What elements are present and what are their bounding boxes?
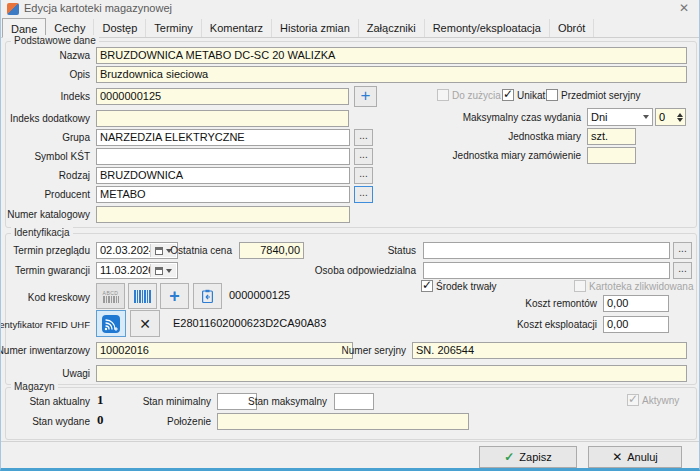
producent-browse-button[interactable]: ...	[354, 186, 373, 203]
footer-separator	[1, 441, 699, 442]
rfid-clear-button[interactable]: ✕	[130, 310, 160, 337]
opis-field[interactable]: Bruzdownica sieciowa	[96, 66, 687, 83]
indeks-dodatkowy-field[interactable]	[96, 110, 349, 127]
jednostka-miary-zamowienie-field[interactable]	[587, 147, 636, 164]
kod-kreskowy-value: 0000000125	[229, 289, 290, 301]
symbol-kst-field[interactable]	[96, 148, 350, 165]
grupa-field[interactable]: NARZEDZIA ELEKTRYCZNE	[96, 129, 350, 146]
rfid-icon	[102, 315, 120, 333]
grupa-browse-button[interactable]: ...	[354, 129, 373, 146]
polozenie-field[interactable]	[217, 413, 469, 430]
barcode-paste-button[interactable]	[193, 283, 222, 309]
cancel-x-icon: ✕	[612, 450, 622, 464]
title-bar: Edycja kartoteki magazynowej ✕	[1, 0, 699, 18]
tab-zalaczniki[interactable]: Załączniki	[359, 19, 425, 37]
nazwa-field[interactable]: BRUZDOWNICA METABO DC-SC 20 WALIZKA	[96, 47, 687, 64]
uwagi-field[interactable]	[96, 365, 687, 382]
termin-przegladu-value: 02.03.2024	[100, 244, 155, 256]
barcode-print-button: ABCD	[96, 283, 125, 309]
kartoteka-zlikwidowana-checkbox	[574, 280, 586, 292]
aktywny-checkbox	[627, 394, 639, 406]
termin-gwarancji-field[interactable]: 11.03.2026	[96, 262, 178, 279]
tab-dostep[interactable]: Dostęp	[94, 19, 146, 37]
srodek-trwaly-label: Środek trwały	[436, 281, 497, 292]
stan-wydane-label: Stan wydane	[32, 416, 90, 427]
edit-warehouse-card-dialog: Edycja kartoteki magazynowej ✕ Dane Cech…	[0, 0, 700, 471]
maks-czas-value-spinner[interactable]: 0	[655, 108, 686, 126]
termin-przegladu-field[interactable]: 02.03.2024	[96, 242, 178, 259]
koszt-remontow-label: Koszt remontów	[525, 298, 597, 309]
indeks-field[interactable]: 0000000125	[96, 88, 349, 105]
osoba-odpowiedzialna-field[interactable]	[423, 262, 670, 279]
status-browse-button[interactable]: ...	[673, 242, 692, 259]
indeks-label: Indeks	[61, 91, 90, 102]
termin-przegladu-label: Termin przeglądu	[13, 245, 90, 256]
spinner-arrows-icon[interactable]	[674, 113, 685, 122]
app-icon	[7, 3, 19, 15]
rfid-label: Identyfikator RFID UHF	[0, 319, 90, 330]
indeks-add-button[interactable]: +	[354, 86, 377, 107]
jednostka-miary-label: Jednostka miary	[508, 131, 581, 142]
maks-czas-label: Maksymalny czas wydania	[463, 112, 581, 123]
kod-kreskowy-label: Kod kreskowy	[28, 292, 90, 303]
do-zuzycia-label: Do zużycia	[452, 90, 501, 101]
numer-seryjny-field[interactable]: SN. 206544	[412, 342, 687, 359]
rodzaj-browse-button[interactable]: ...	[354, 167, 373, 184]
unikat-checkbox[interactable]	[502, 89, 514, 101]
barcode-scan-button[interactable]	[128, 283, 157, 309]
indeks-dodatkowy-label: Indeks dodatkowy	[10, 113, 90, 124]
maks-czas-unit-select[interactable]: Dni	[587, 108, 653, 126]
ostatnia-cena-label: Ostatnia cena	[170, 245, 232, 256]
rodzaj-field[interactable]: BRUZDOWNICA	[96, 167, 350, 184]
osoba-odpowiedzialna-browse-button[interactable]: ...	[673, 262, 692, 279]
tab-terminy[interactable]: Terminy	[146, 19, 202, 37]
tab-remonty-eksploatacja[interactable]: Remonty/eksploatacja	[425, 19, 550, 37]
numer-inwentarzowy-field[interactable]: 10002016	[96, 342, 353, 359]
tab-bar: Dane Cechy Dostęp Terminy Komentarz Hist…	[1, 18, 699, 38]
symbol-kst-browse-button[interactable]: ...	[354, 148, 373, 165]
status-label: Status	[388, 245, 416, 256]
maks-czas-value: 0	[656, 109, 674, 125]
koszt-remontow-field[interactable]: 0,00	[603, 295, 669, 312]
rodzaj-label: Rodzaj	[59, 170, 90, 181]
koszt-eksploatacji-label: Koszt eksploatacji	[517, 319, 597, 330]
tab-komentarz[interactable]: Komentarz	[202, 19, 272, 37]
stan-wydane-value: 0	[97, 412, 104, 428]
polozenie-label: Położenie	[167, 416, 211, 427]
stan-minimalny-label: Stan minimalny	[143, 396, 211, 407]
status-field[interactable]	[423, 242, 670, 259]
przedmiot-seryjny-label: Przedmiot seryjny	[561, 90, 640, 101]
window-title: Edycja kartoteki magazynowej	[24, 2, 172, 14]
numer-katalogowy-field[interactable]	[96, 206, 350, 223]
plus-icon: +	[169, 289, 180, 303]
barcode-icon	[134, 290, 151, 303]
ostatnia-cena-field[interactable]: 7840,00	[239, 242, 304, 259]
save-button[interactable]: ✓ Zapisz	[479, 446, 577, 468]
stan-aktualny-label: Stan aktualny	[29, 396, 90, 407]
numer-inwentarzowy-label: Numer inwentarzowy	[0, 345, 90, 356]
producent-label: Producent	[44, 189, 90, 200]
srodek-trwaly-checkbox[interactable]	[421, 280, 433, 292]
jednostka-miary-zamowienie-label: Jednostka miary zamówienie	[453, 150, 581, 161]
przedmiot-seryjny-checkbox[interactable]	[546, 89, 558, 101]
koszt-eksploatacji-field[interactable]: 0,00	[603, 316, 669, 333]
jednostka-miary-field[interactable]: szt.	[587, 128, 636, 145]
calendar-dropdown-icon[interactable]	[150, 264, 176, 277]
paste-clipboard-icon	[200, 289, 215, 304]
tab-historia-zmian[interactable]: Historia zmian	[272, 19, 359, 37]
stan-maksymalny-field[interactable]	[334, 393, 374, 410]
do-zuzycia-checkbox	[437, 89, 449, 101]
producent-field[interactable]: METABO	[96, 186, 350, 203]
numer-katalogowy-label: Numer katalogowy	[7, 209, 90, 220]
symbol-kst-label: Symbol KŚT	[34, 151, 90, 162]
rfid-value: E28011602000623D2CA90A83	[173, 317, 326, 329]
osoba-odpowiedzialna-label: Osoba odpowiedzialna	[315, 265, 416, 276]
barcode-lines-gray-icon	[103, 296, 119, 303]
cancel-button[interactable]: ✕ Anuluj	[588, 446, 682, 468]
grupa-label: Grupa	[62, 132, 90, 143]
close-icon[interactable]: ✕	[679, 1, 689, 15]
rfid-scan-button[interactable]	[96, 310, 126, 337]
barcode-add-button[interactable]: +	[160, 283, 189, 309]
stan-aktualny-value: 1	[97, 392, 104, 408]
tab-obrot[interactable]: Obrót	[550, 19, 595, 37]
